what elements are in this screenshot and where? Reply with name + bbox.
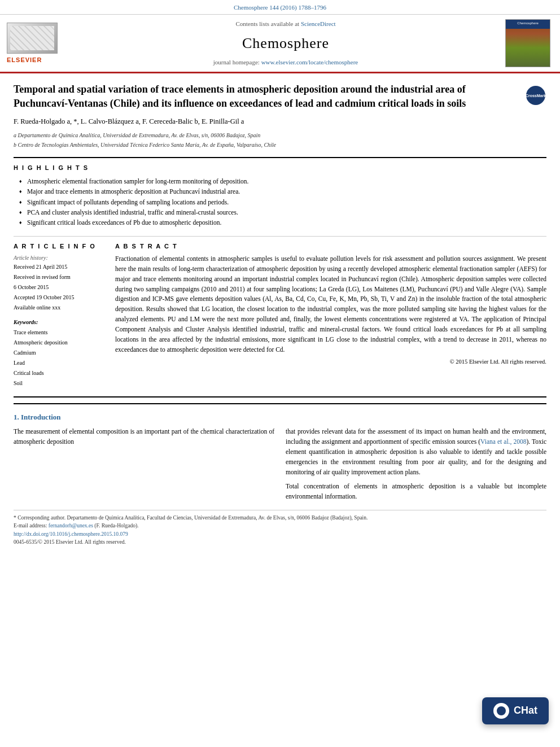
revised-date: 6 October 2015 — [14, 282, 104, 292]
journal-homepage-line: journal homepage: www.elsevier.com/locat… — [213, 58, 358, 67]
intro-two-col: The measurement of elemental composition… — [14, 427, 546, 502]
crossmark-logo[interactable]: CrossMark — [525, 85, 546, 106]
email-label: E-mail address: — [14, 523, 47, 528]
citation-bar: Chemosphere 144 (2016) 1788–1796 — [0, 0, 560, 15]
copyright-line: © 2015 Elsevier Ltd. All rights reserved… — [115, 358, 546, 366]
divider-before-intro — [14, 396, 546, 397]
email-person: (F. Rueda-Holgado). — [94, 523, 138, 528]
journal-cover — [502, 19, 553, 67]
affiliations: a Departamento de Química Analítica, Uni… — [14, 131, 546, 149]
received-date: Received 21 April 2015 — [14, 262, 104, 272]
journal-homepage-link[interactable]: www.elsevier.com/locate/chemosphere — [261, 59, 358, 65]
issn-line: 0045-6535/© 2015 Elsevier Ltd. All right… — [14, 538, 546, 546]
article-info-col: A R T I C L E I N F O Article history: R… — [14, 242, 104, 388]
viana-ref[interactable]: Viana et al., 2008 — [480, 438, 526, 445]
article-dates: Received 21 April 2015 Received in revis… — [14, 262, 104, 313]
info-abstract-section: A R T I C L E I N F O Article history: R… — [14, 242, 546, 388]
accepted-date: Accepted 19 October 2015 — [14, 292, 104, 303]
introduction-section: 1. Introduction The measurement of eleme… — [14, 403, 546, 502]
chat-label: CHat — [514, 704, 537, 718]
highlights-list: Atmospheric elemental fractionation samp… — [19, 176, 546, 228]
article-title: Temporal and spatial variation of trace … — [14, 82, 518, 110]
abstract-text: Fractionation of elemental contents in a… — [115, 254, 546, 355]
intro-left-text: The measurement of elemental composition… — [14, 427, 274, 447]
abstract-label: A B S T R A C T — [115, 242, 546, 251]
journal-header: ELSEVIER Contents lists available at Sci… — [0, 15, 560, 73]
elsevier-logo-image — [7, 23, 58, 54]
journal-cover-image — [505, 19, 550, 67]
crossmark-icon: CrossMark — [526, 86, 545, 105]
keyword-2: Atmospheric deposition — [14, 338, 104, 348]
highlight-1: Atmospheric elemental fractionation samp… — [19, 176, 546, 186]
keywords-section: Keywords: Trace elements Atmospheric dep… — [14, 318, 104, 388]
highlights-section: H I G H L I G H T S Atmospheric elementa… — [14, 164, 546, 228]
corresponding-note: * Corresponding author. Departamento de … — [14, 514, 546, 522]
highlight-3: Significant impact of pollutants dependi… — [19, 197, 546, 207]
footnote-area: * Corresponding author. Departamento de … — [14, 510, 546, 546]
doi-link[interactable]: http://dx.doi.org/10.1016/j.chemosphere.… — [14, 531, 128, 537]
science-direct-line: Contents lists available at ScienceDirec… — [235, 20, 335, 28]
intro-left-col: The measurement of elemental composition… — [14, 427, 274, 502]
highlight-4: PCA and cluster analysis identified indu… — [19, 207, 546, 217]
highlight-2: Major and trace elements in atmospheric … — [19, 186, 546, 196]
citation-text: Chemosphere 144 (2016) 1788–1796 — [234, 4, 326, 11]
highlights-label: H I G H L I G H T S — [14, 164, 546, 172]
elsevier-logo: ELSEVIER — [7, 23, 69, 64]
keyword-4: Lead — [14, 358, 104, 368]
keywords-label: Keywords: — [14, 318, 104, 326]
chat-button[interactable]: CHat — [482, 697, 549, 724]
keyword-1: Trace elements — [14, 327, 104, 338]
doi-line: http://dx.doi.org/10.1016/j.chemosphere.… — [14, 530, 546, 538]
journal-title: Chemosphere — [242, 33, 329, 54]
keyword-5: Critical loads — [14, 368, 104, 378]
affiliation-b: b Centro de Tecnologías Ambientales, Uni… — [14, 141, 546, 149]
chat-icon-inner — [497, 706, 506, 715]
highlight-5: Significant critical loads exceedances o… — [19, 217, 546, 228]
intro-right-text-2: Total concentration of elements in atmos… — [286, 482, 546, 502]
main-content: Temporal and spatial variation of trace … — [0, 73, 560, 555]
article-info-label: A R T I C L E I N F O — [14, 242, 104, 251]
science-direct-link[interactable]: ScienceDirect — [301, 20, 336, 27]
divider-after-highlights — [14, 236, 546, 237]
email-line: E-mail address: fernandorh@unex.es (F. R… — [14, 522, 546, 530]
abstract-col: A B S T R A C T Fractionation of element… — [115, 242, 546, 388]
revised-label: Received in revised form — [14, 272, 104, 282]
keywords-list: Trace elements Atmospheric deposition Ca… — [14, 327, 104, 388]
keyword-6: Soil — [14, 378, 104, 388]
chat-icon — [493, 703, 509, 719]
available-online: Available online xxx — [14, 303, 104, 313]
affiliation-a: a Departamento de Química Analítica, Uni… — [14, 131, 546, 139]
keyword-3: Cadmium — [14, 348, 104, 358]
publisher-section: ELSEVIER — [7, 19, 69, 67]
article-title-section: Temporal and spatial variation of trace … — [14, 82, 546, 110]
elsevier-brand: ELSEVIER — [7, 56, 42, 64]
intro-right-text: that provides relevant data for the asse… — [286, 427, 546, 477]
intro-right-col: that provides relevant data for the asse… — [286, 427, 546, 502]
intro-heading: 1. Introduction — [14, 412, 546, 422]
divider-after-affiliations — [14, 157, 546, 158]
authors-line: F. Rueda-Holgado a, *, L. Calvo-Blázquez… — [14, 117, 546, 127]
journal-info-center: Contents lists available at ScienceDirec… — [75, 19, 497, 67]
email-link[interactable]: fernandorh@unex.es — [49, 523, 93, 528]
article-history-label: Article history: — [14, 254, 104, 262]
